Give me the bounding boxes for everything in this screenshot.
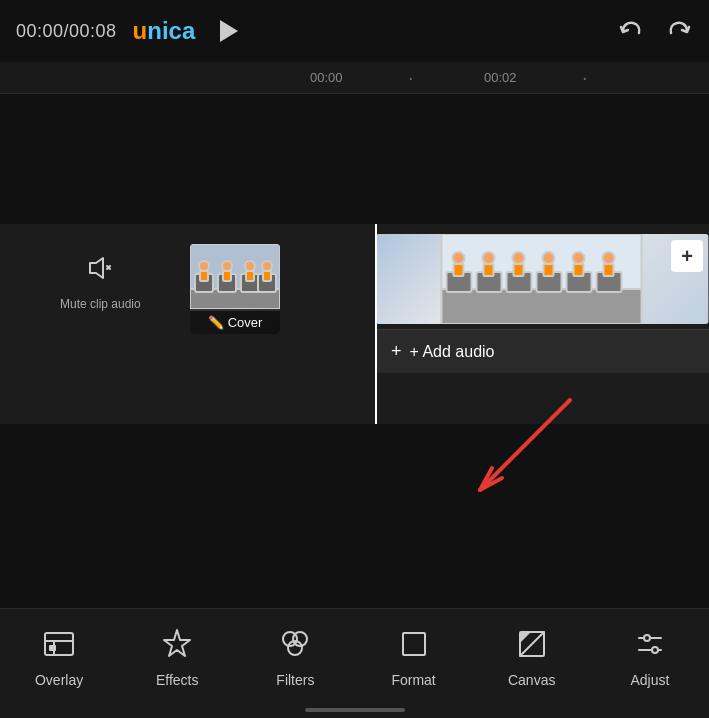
format-label: Format — [391, 672, 435, 688]
svg-rect-27 — [454, 264, 464, 276]
svg-point-9 — [199, 261, 209, 271]
logo-rest: nica — [147, 17, 195, 44]
svg-marker-0 — [90, 258, 103, 278]
filters-toolbar-item[interactable]: Filters — [255, 616, 335, 696]
svg-rect-14 — [246, 271, 254, 281]
ruler-mark-0: 00:00 — [310, 70, 343, 85]
svg-point-32 — [543, 252, 555, 264]
redo-button[interactable] — [665, 17, 693, 45]
effects-toolbar-item[interactable]: Effects — [137, 616, 217, 696]
overlay-toolbar-item[interactable]: Overlay — [19, 616, 99, 696]
ruler-dot-3: · — [582, 66, 588, 89]
canvas-label: Canvas — [508, 672, 555, 688]
cover-thumbnail[interactable]: ✏️ Cover — [190, 244, 280, 334]
video-frame-1 — [375, 234, 709, 324]
svg-rect-18 — [442, 289, 642, 324]
svg-rect-10 — [200, 271, 208, 281]
cover-scene-svg — [190, 244, 280, 309]
mute-label: Mute clip audio — [60, 297, 141, 313]
video-scene — [375, 234, 708, 324]
svg-point-51 — [644, 635, 650, 641]
filters-icon — [275, 624, 315, 664]
format-toolbar-item[interactable]: Format — [374, 616, 454, 696]
speaker-icon — [84, 252, 116, 291]
effects-label: Effects — [156, 672, 199, 688]
add-audio-plus-icon: + — [391, 341, 402, 362]
adjust-icon — [630, 624, 670, 664]
bottom-toolbar: Overlay Effects Filters Format — [0, 608, 709, 718]
timecode-display: 00:00/00:08 — [16, 21, 117, 42]
header: 00:00/00:08 unica — [0, 0, 709, 62]
app-logo: unica — [133, 17, 196, 45]
playhead — [375, 224, 377, 424]
svg-point-34 — [573, 252, 585, 264]
svg-rect-38 — [45, 633, 73, 655]
add-audio-text: + Add audio — [410, 343, 495, 361]
svg-rect-29 — [484, 264, 494, 276]
adjust-toolbar-item[interactable]: Adjust — [610, 616, 690, 696]
svg-rect-37 — [604, 264, 614, 276]
ruler-dot-1: · — [408, 66, 414, 89]
filters-label: Filters — [276, 672, 314, 688]
svg-rect-33 — [544, 264, 554, 276]
svg-point-53 — [652, 647, 658, 653]
workspace — [0, 94, 709, 224]
svg-marker-49 — [520, 632, 531, 643]
add-audio-button[interactable]: + + Add audio — [375, 329, 709, 373]
add-clip-button[interactable]: + — [671, 240, 703, 272]
svg-rect-16 — [263, 271, 271, 281]
cover-inner: ✏️ Cover — [190, 244, 280, 334]
timeline-ruler[interactable]: 00:00 · 00:02 · — [0, 62, 709, 94]
svg-point-13 — [245, 261, 255, 271]
svg-rect-46 — [403, 633, 425, 655]
video-strip[interactable]: + — [375, 234, 709, 324]
svg-point-30 — [513, 252, 525, 264]
overlay-icon — [39, 624, 79, 664]
ruler-mark-2: 00:02 — [484, 70, 517, 85]
logo-u: u — [133, 17, 148, 44]
undo-button[interactable] — [617, 17, 645, 45]
svg-point-11 — [222, 261, 232, 271]
svg-rect-31 — [514, 264, 524, 276]
play-icon — [220, 20, 238, 42]
header-actions — [617, 17, 693, 45]
format-icon — [394, 624, 434, 664]
svg-point-26 — [453, 252, 465, 264]
canvas-toolbar-item[interactable]: Canvas — [492, 616, 572, 696]
svg-rect-35 — [574, 264, 584, 276]
svg-point-36 — [603, 252, 615, 264]
canvas-icon — [512, 624, 552, 664]
svg-point-28 — [483, 252, 495, 264]
svg-rect-12 — [223, 271, 231, 281]
adjust-label: Adjust — [630, 672, 669, 688]
edit-pencil-icon: ✏️ — [208, 315, 224, 330]
overlay-label: Overlay — [35, 672, 83, 688]
mute-clip-button[interactable]: Mute clip audio — [60, 252, 141, 313]
svg-point-15 — [262, 261, 272, 271]
cover-text: Cover — [228, 315, 263, 330]
home-indicator — [305, 708, 405, 712]
svg-marker-42 — [164, 630, 190, 656]
play-button[interactable] — [215, 17, 243, 45]
effects-icon — [157, 624, 197, 664]
cover-label: ✏️ Cover — [190, 311, 280, 334]
timeline-area[interactable]: Mute clip audio — [0, 224, 709, 424]
svg-rect-41 — [49, 645, 56, 651]
